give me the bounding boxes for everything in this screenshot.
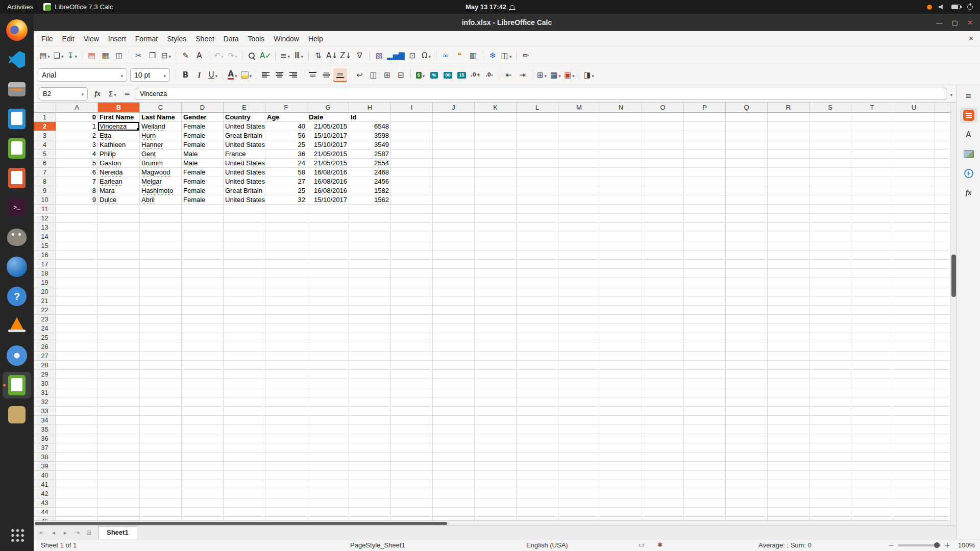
- cell-M41[interactable]: [558, 480, 600, 489]
- cell-D2[interactable]: Female: [182, 122, 224, 131]
- cell-E26[interactable]: [224, 342, 265, 352]
- cell-I34[interactable]: [391, 416, 433, 425]
- cell-I40[interactable]: [391, 471, 433, 480]
- cell-A20[interactable]: [56, 287, 98, 296]
- cell-S1[interactable]: [810, 113, 851, 122]
- cell-Q10[interactable]: [726, 195, 768, 205]
- cell-G5[interactable]: 21/05/2015: [307, 149, 349, 159]
- cell-U15[interactable]: [893, 241, 935, 251]
- cell-U44[interactable]: [893, 508, 935, 517]
- cell-C1[interactable]: Last Name: [140, 113, 182, 122]
- zoom-slider[interactable]: [898, 544, 941, 546]
- column-header-M[interactable]: M: [558, 103, 600, 113]
- cell-O14[interactable]: [642, 232, 684, 241]
- cell-G25[interactable]: [307, 333, 349, 342]
- cell-P9[interactable]: [684, 186, 726, 195]
- cell-G26[interactable]: [307, 342, 349, 352]
- cell-R10[interactable]: [768, 195, 810, 205]
- dock-item-help[interactable]: ?: [3, 283, 31, 310]
- cell-C23[interactable]: [140, 315, 182, 324]
- dock-item-gimp[interactable]: [3, 224, 31, 251]
- cell-I38[interactable]: [391, 453, 433, 462]
- cell-K15[interactable]: [475, 241, 517, 251]
- cell-H14[interactable]: [349, 232, 391, 241]
- cell-B5[interactable]: Philip: [98, 149, 140, 159]
- cell-L3[interactable]: [517, 131, 558, 140]
- formula-input[interactable]: Vincenza: [136, 88, 946, 100]
- cell-L18[interactable]: [517, 269, 558, 278]
- column-header-B[interactable]: B: [98, 103, 140, 113]
- cell-I1[interactable]: [391, 113, 433, 122]
- cell-D3[interactable]: Female: [182, 131, 224, 140]
- cell-D42[interactable]: [182, 489, 224, 498]
- cell-L13[interactable]: [517, 223, 558, 232]
- horizontal-scrollbar-thumb[interactable]: [35, 522, 447, 525]
- cell-K21[interactable]: [475, 296, 517, 306]
- cell-U39[interactable]: [893, 462, 935, 471]
- cell-F32[interactable]: [265, 397, 307, 407]
- cell-Q2[interactable]: [726, 122, 768, 131]
- cell-B14[interactable]: [98, 232, 140, 241]
- cell-F7[interactable]: 58: [265, 168, 307, 177]
- cell-O33[interactable]: [642, 407, 684, 416]
- cell-U24[interactable]: [893, 324, 935, 333]
- cell-R36[interactable]: [768, 434, 810, 443]
- menu-format[interactable]: Format: [131, 31, 162, 46]
- cell-K38[interactable]: [475, 453, 517, 462]
- column-header-D[interactable]: D: [182, 103, 224, 113]
- cell-P35[interactable]: [684, 425, 726, 434]
- cell-H28[interactable]: [349, 361, 391, 370]
- cell-A13[interactable]: [56, 223, 98, 232]
- cell-Q18[interactable]: [726, 269, 768, 278]
- cell-K8[interactable]: [475, 177, 517, 186]
- cell-D27[interactable]: [182, 352, 224, 361]
- cell-T13[interactable]: [851, 223, 893, 232]
- cell-G7[interactable]: 16/08/2016: [307, 168, 349, 177]
- cell-Q29[interactable]: [726, 370, 768, 379]
- cell-F21[interactable]: [265, 296, 307, 306]
- cell-M37[interactable]: [558, 443, 600, 453]
- cell-H25[interactable]: [349, 333, 391, 342]
- cell-M23[interactable]: [558, 315, 600, 324]
- cell-G28[interactable]: [307, 361, 349, 370]
- cell-B2[interactable]: Vincenza: [98, 122, 140, 131]
- cell-O30[interactable]: [642, 379, 684, 388]
- cell-N25[interactable]: [600, 333, 642, 342]
- row-header-32[interactable]: 32: [34, 397, 56, 407]
- cell-N20[interactable]: [600, 287, 642, 296]
- copy-button[interactable]: ❐: [145, 49, 159, 63]
- cell-G37[interactable]: [307, 443, 349, 453]
- cell-S26[interactable]: [810, 342, 851, 352]
- cell-V22[interactable]: [935, 306, 950, 315]
- cell-A22[interactable]: [56, 306, 98, 315]
- cell-E16[interactable]: [224, 251, 265, 260]
- cell-Q16[interactable]: [726, 251, 768, 260]
- cell-L9[interactable]: [517, 186, 558, 195]
- cell-V29[interactable]: [935, 370, 950, 379]
- cell-I44[interactable]: [391, 508, 433, 517]
- insert-column-button[interactable]: Ⅲ: [292, 49, 306, 63]
- cell-C32[interactable]: [140, 397, 182, 407]
- print-button[interactable]: ▦: [99, 49, 112, 63]
- cell-Q23[interactable]: [726, 315, 768, 324]
- cell-H27[interactable]: [349, 352, 391, 361]
- cell-D43[interactable]: [182, 498, 224, 508]
- menu-styles[interactable]: Styles: [162, 31, 191, 46]
- border-color-button[interactable]: ▣: [562, 68, 576, 82]
- cell-F44[interactable]: [265, 508, 307, 517]
- cell-F20[interactable]: [265, 287, 307, 296]
- cell-M15[interactable]: [558, 241, 600, 251]
- cell-F1[interactable]: Age: [265, 113, 307, 122]
- cell-D35[interactable]: [182, 425, 224, 434]
- row-header-2[interactable]: 2: [34, 122, 56, 131]
- conditional-formatting-button[interactable]: ◨: [582, 68, 596, 82]
- cell-U19[interactable]: [893, 278, 935, 287]
- border-style-button[interactable]: ▦: [549, 68, 562, 82]
- cell-H33[interactable]: [349, 407, 391, 416]
- cell-E33[interactable]: [224, 407, 265, 416]
- cell-J34[interactable]: [433, 416, 475, 425]
- cell-O20[interactable]: [642, 287, 684, 296]
- cell-O39[interactable]: [642, 462, 684, 471]
- cell-K31[interactable]: [475, 388, 517, 397]
- cell-J27[interactable]: [433, 352, 475, 361]
